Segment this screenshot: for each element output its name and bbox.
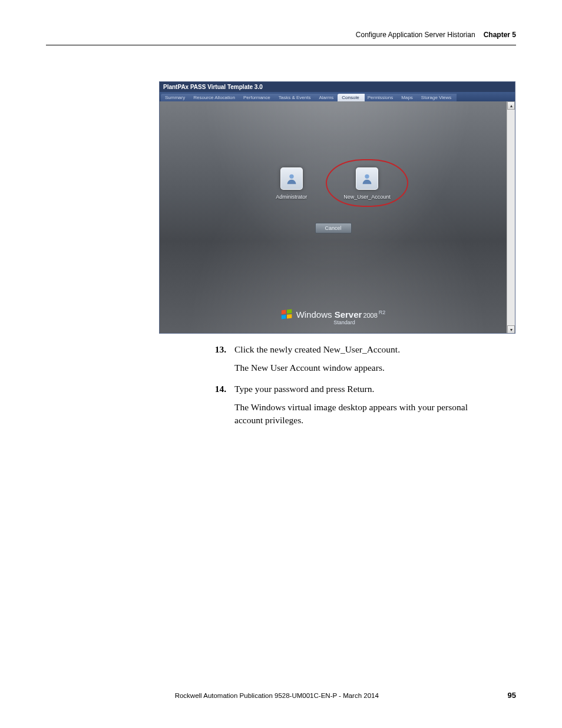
account-label: Administrator xyxy=(276,194,307,200)
tab-storage-views[interactable]: Storage Views xyxy=(417,94,457,101)
vm-window-title: PlantPAx PASS Virtual Template 3.0 xyxy=(160,82,515,92)
vm-console-screenshot: PlantPAx PASS Virtual Template 3.0 Summa… xyxy=(159,81,515,334)
page-footer: Rockwell Automation Publication 9528-UM0… xyxy=(46,691,516,700)
vertical-scrollbar[interactable]: ▴ ▾ xyxy=(507,101,515,334)
tab-permissions[interactable]: Permissions xyxy=(363,94,399,101)
account-label: New_User_Account xyxy=(343,194,391,200)
scroll-down-icon[interactable]: ▾ xyxy=(507,325,515,334)
tab-resource-allocation[interactable]: Resource Allocation xyxy=(189,94,240,101)
step-followup: The New User Account window appears. xyxy=(234,361,498,374)
tab-maps[interactable]: Maps xyxy=(397,94,418,101)
tab-summary[interactable]: Summary xyxy=(161,94,190,101)
brand-server: Server xyxy=(335,309,362,319)
os-branding: Windows Server2008R2 Standard xyxy=(160,309,507,325)
step-text: Click the newly created New_User_Account… xyxy=(234,343,498,355)
tab-alarms[interactable]: Alarms xyxy=(315,94,339,101)
footer-publication: Rockwell Automation Publication 9528-UM0… xyxy=(46,692,508,699)
svg-rect-3 xyxy=(287,309,292,314)
header-section: Configure Application Server Historian xyxy=(356,31,475,39)
account-administrator[interactable]: Administrator xyxy=(276,167,307,200)
svg-point-0 xyxy=(289,174,293,179)
tab-performance[interactable]: Performance xyxy=(239,94,276,101)
svg-rect-4 xyxy=(281,315,286,319)
svg-rect-2 xyxy=(281,310,286,314)
console-viewport: ▴ ▾ Administrator New_User_Account Ca xyxy=(160,101,515,334)
step-number: 14. xyxy=(211,383,226,395)
brand-r2: R2 xyxy=(379,309,386,315)
user-icon xyxy=(280,167,303,190)
scroll-up-icon[interactable]: ▴ xyxy=(507,101,515,110)
svg-rect-5 xyxy=(287,314,292,319)
tab-console[interactable]: Console xyxy=(338,94,364,101)
brand-edition: Standard xyxy=(333,319,355,325)
step-followup: The Windows virtual image desktop appear… xyxy=(234,401,498,426)
page-number: 95 xyxy=(508,691,516,700)
cancel-button[interactable]: Cancel xyxy=(315,223,352,233)
user-icon xyxy=(356,167,378,190)
running-header: Configure Application Server Historian C… xyxy=(46,31,516,45)
step-number: 13. xyxy=(211,343,226,355)
brand-year: 2008 xyxy=(363,312,377,319)
step-text: Type your password and press Return. xyxy=(234,383,498,395)
brand-windows: Windows xyxy=(296,309,332,319)
account-new-user[interactable]: New_User_Account xyxy=(343,167,391,200)
svg-point-1 xyxy=(365,174,369,179)
tab-tasks-events[interactable]: Tasks & Events xyxy=(275,94,316,101)
instruction-steps: 13. Click the newly created New_User_Acc… xyxy=(211,343,498,434)
tabstrip: Summary Resource Allocation Performance … xyxy=(160,92,515,101)
header-chapter: Chapter 5 xyxy=(484,31,516,39)
windows-logo-icon xyxy=(281,309,293,319)
